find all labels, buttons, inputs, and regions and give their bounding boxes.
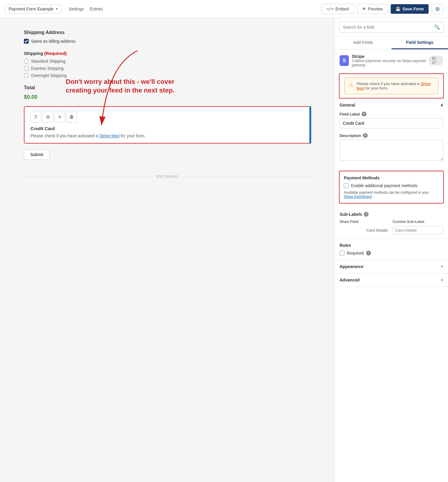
search-bar: 🔍 bbox=[335, 18, 448, 36]
main-layout: Shipping Address Same as billing address… bbox=[0, 18, 448, 482]
annotation-container: Shipping Address Same as billing address… bbox=[24, 30, 311, 179]
header-left: Payment Form Example ▾ Settings Entries bbox=[5, 4, 103, 13]
general-section: General ∧ Field Label ? Description ? bbox=[335, 98, 448, 171]
shipping-section: Shipping (Required) Standard Shipping Ex… bbox=[24, 51, 311, 78]
stripe-feed-link[interactable]: Stripe feed bbox=[99, 133, 119, 138]
sublabels-title: Sub-Labels ? bbox=[340, 212, 443, 217]
sublabels-help-icon[interactable]: ? bbox=[364, 212, 369, 217]
shipping-option-2: Overnight Shipping bbox=[24, 73, 311, 78]
advanced-chevron-icon: ∨ bbox=[441, 278, 443, 282]
stripe-logo: S bbox=[340, 55, 349, 66]
shipping-option-0: Standard Shipping bbox=[24, 59, 311, 64]
required-help-icon[interactable]: ? bbox=[366, 251, 371, 255]
payment-methods-title: Payment Methods bbox=[344, 175, 439, 180]
advanced-section: Advanced ∨ bbox=[335, 273, 448, 287]
credit-card-title: Credit Card bbox=[30, 126, 304, 131]
required-row: Required ? bbox=[340, 251, 443, 255]
description-textarea[interactable] bbox=[340, 140, 443, 161]
shipping-option-label-1: Express Shipping bbox=[31, 66, 64, 71]
rules-section: Rules Required ? bbox=[335, 239, 448, 260]
appearance-chevron-icon: ∨ bbox=[441, 264, 443, 269]
same-as-billing-checkbox[interactable] bbox=[24, 39, 29, 44]
payment-checkbox-row: Enable additional payment methods bbox=[344, 183, 439, 188]
shipping-radio-0[interactable] bbox=[24, 59, 29, 64]
header: Payment Form Example ▾ Settings Entries … bbox=[0, 0, 448, 18]
search-icon: 🔍 bbox=[434, 24, 440, 30]
stripe-details: Stripe Collects payments securely via St… bbox=[352, 54, 429, 67]
warning-box-outer: ⚠ Please check if you have activated a S… bbox=[339, 73, 444, 98]
advanced-header[interactable]: Advanced ∨ bbox=[335, 273, 448, 287]
credit-card-wrapper: ⠿ ⧉ ≡ 🗑 Credit Card Please check if you … bbox=[24, 106, 311, 144]
description-help-icon[interactable]: ? bbox=[363, 133, 368, 138]
gear-button[interactable]: ⚙️ bbox=[432, 4, 443, 14]
tab-add-fields[interactable]: Add Fields bbox=[335, 36, 392, 49]
same-as-billing-row: Same as billing address bbox=[24, 39, 311, 44]
block-toolbar: ⠿ ⧉ ≡ 🗑 bbox=[30, 112, 304, 122]
entries-nav[interactable]: Entries bbox=[90, 7, 103, 11]
field-label-input[interactable] bbox=[340, 118, 443, 128]
stripe-description: Collects payments securely via Stripe pa… bbox=[352, 59, 429, 67]
settings-button[interactable]: ≡ bbox=[54, 112, 65, 122]
sublabels-section: Sub-Labels ? Show Field Custom Sub-Label… bbox=[335, 208, 448, 239]
shipping-label: Shipping (Required) bbox=[24, 51, 311, 56]
sublabels-grid: Show Field Custom Sub-Label Card Details bbox=[340, 220, 443, 234]
stripe-name: Stripe bbox=[352, 54, 429, 59]
delete-button[interactable]: 🗑 bbox=[66, 112, 77, 122]
payment-methods-checkbox[interactable] bbox=[344, 183, 349, 188]
appearance-header[interactable]: Appearance ∨ bbox=[335, 260, 448, 273]
appearance-title: Appearance bbox=[340, 264, 363, 269]
card-details-row-label: Card Details bbox=[340, 228, 390, 232]
embed-button[interactable]: </> Embed bbox=[322, 4, 354, 14]
chevron-down-icon: ▾ bbox=[56, 7, 58, 11]
drag-handle-button[interactable]: ⠿ bbox=[30, 112, 41, 122]
block-side-bar bbox=[309, 106, 311, 144]
end-paging-label: END PAGING bbox=[156, 175, 178, 179]
header-nav: Settings Entries bbox=[69, 7, 103, 11]
warning-icon: ⚠ bbox=[349, 82, 354, 88]
credit-card-block: ⠿ ⧉ ≡ 🗑 Credit Card Please check if you … bbox=[24, 106, 311, 144]
shipping-option-label-2: Overnight Shipping bbox=[31, 73, 67, 78]
field-label-title: Field Label ? bbox=[340, 112, 443, 116]
stripe-id-badge: ID: 17 bbox=[429, 56, 443, 65]
tab-field-settings[interactable]: Field Settings bbox=[392, 36, 448, 49]
duplicate-button[interactable]: ⧉ bbox=[42, 112, 53, 122]
search-input-wrapper: 🔍 bbox=[339, 21, 444, 33]
panel-tabs: Add Fields Field Settings bbox=[335, 36, 448, 50]
end-paging-line-left bbox=[24, 177, 153, 177]
payment-methods-box: Payment Methods Enable additional paymen… bbox=[339, 171, 444, 204]
code-icon: </> bbox=[327, 7, 334, 11]
form-selector[interactable]: Payment Form Example ▾ bbox=[5, 4, 62, 13]
search-input[interactable] bbox=[343, 25, 432, 30]
general-section-content: Field Label ? Description ? bbox=[335, 112, 448, 170]
stripe-header: S Stripe Collects payments securely via … bbox=[340, 54, 443, 67]
save-icon: 💾 bbox=[395, 7, 401, 11]
payment-note: Available payment methods can be configu… bbox=[344, 190, 439, 199]
same-as-billing-label: Same as billing address bbox=[31, 39, 76, 44]
right-panel: 🔍 Add Fields Field Settings S Stripe Col… bbox=[335, 18, 448, 482]
preview-button[interactable]: 👁 Preview bbox=[357, 4, 388, 14]
credit-card-description: Please check if you have activated a Str… bbox=[30, 133, 304, 138]
description-title: Description ? bbox=[340, 133, 443, 138]
end-paging-line-right bbox=[182, 177, 311, 177]
save-button[interactable]: 💾 Save Form bbox=[391, 4, 429, 14]
shipping-radio-2[interactable] bbox=[24, 73, 29, 78]
card-details-sublabel-input[interactable] bbox=[393, 226, 444, 234]
required-checkbox[interactable] bbox=[340, 251, 344, 255]
field-label-group: Field Label ? bbox=[340, 112, 443, 128]
shipping-required: (Required) bbox=[44, 51, 67, 56]
custom-sublabel-header: Custom Sub-Label bbox=[393, 220, 444, 224]
field-label-help-icon[interactable]: ? bbox=[362, 112, 366, 116]
show-field-header: Show Field bbox=[340, 220, 390, 224]
general-section-header[interactable]: General ∧ bbox=[335, 98, 448, 112]
settings-nav[interactable]: Settings bbox=[69, 7, 84, 11]
end-paging: END PAGING bbox=[24, 175, 311, 179]
rules-title: Rules bbox=[340, 243, 443, 248]
header-right: </> Embed 👁 Preview 💾 Save Form ⚙️ bbox=[322, 4, 443, 14]
warning-box: ⚠ Please check if you have activated a S… bbox=[344, 78, 438, 94]
advanced-title: Advanced bbox=[340, 278, 360, 282]
stripe-dashboard-link[interactable]: Stripe Dashboard bbox=[344, 195, 372, 199]
payment-methods-label: Enable additional payment methods bbox=[351, 183, 418, 188]
general-section-title: General bbox=[340, 103, 355, 107]
shipping-radio-1[interactable] bbox=[24, 66, 29, 71]
submit-button[interactable]: Submit bbox=[24, 150, 50, 160]
